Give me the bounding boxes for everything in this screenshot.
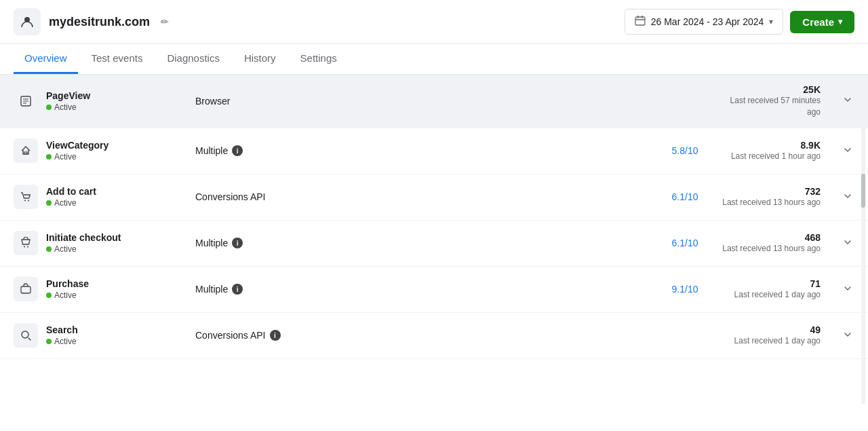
svg-point-4 [24, 200, 26, 202]
edit-icon[interactable]: ✏ [161, 16, 169, 27]
tab-settings[interactable]: Settings [290, 44, 348, 74]
event-name-initiatecheckout: Initiate checkout [46, 232, 195, 243]
info-icon-initiatecheckout[interactable]: i [232, 238, 243, 248]
expand-icon-addtocart[interactable] [841, 192, 854, 202]
event-score-addtocart: 6.1/10 [672, 191, 698, 202]
info-icon-purchase[interactable]: i [232, 284, 243, 295]
info-icon-search[interactable]: i [270, 330, 281, 341]
tab-overview[interactable]: Overview [14, 44, 78, 74]
event-last-received-search: Last received 1 day ago [719, 335, 821, 347]
event-status-pageview: Active [46, 102, 195, 112]
event-name-addtocart: Add to cart [46, 186, 195, 197]
event-status-purchase: Active [46, 291, 195, 300]
event-name-col-addtocart: Add to cart Active [46, 186, 195, 208]
create-chevron-icon: ▾ [838, 17, 842, 26]
event-icon-addtocart [14, 185, 38, 209]
event-source-pageview: Browser [195, 96, 230, 107]
calendar-icon [635, 15, 646, 29]
event-name-pageview: PageView [46, 90, 195, 101]
event-last-received-initiatecheckout: Last received 13 hours ago [719, 243, 821, 255]
top-bar: mydesitrunk.com ✏ 26 Mar 2024 - 23 Apr 2… [0, 0, 868, 44]
event-score-purchase: 9.1/10 [672, 284, 698, 295]
event-row-pageview[interactable]: PageView Active Browser 25K Last receive… [0, 75, 868, 128]
event-count-initiatecheckout: 468 [719, 232, 821, 243]
date-range-picker[interactable]: 26 Mar 2024 - 23 Apr 2024 ▾ [625, 9, 784, 35]
event-icon-purchase [14, 277, 38, 301]
table-wrapper: PageView Active Browser 25K Last receive… [0, 75, 868, 404]
top-bar-right: 26 Mar 2024 - 23 Apr 2024 ▾ Create ▾ [625, 9, 854, 35]
event-score-initiatecheckout: 6.1/10 [672, 238, 698, 248]
event-score-col-purchase: 9.1/10 [651, 284, 719, 295]
expand-icon-search[interactable] [841, 331, 854, 341]
event-stats-col-addtocart: 732 Last received 13 hours ago [719, 186, 841, 208]
event-source-initiatecheckout: Multiple [195, 238, 228, 248]
event-stats-col-search: 49 Last received 1 day ago [719, 324, 841, 347]
event-source-viewcategory: Multiple [195, 145, 228, 156]
event-row-addtocart[interactable]: Add to cart Active Conversions API6.1/10… [0, 174, 868, 221]
expand-icon-pageview[interactable] [841, 96, 854, 106]
expand-icon-purchase[interactable] [841, 284, 854, 295]
site-icon [14, 8, 41, 35]
event-icon-initiatecheckout [14, 231, 38, 255]
event-source-col-purchase: Multiple i [195, 284, 651, 295]
svg-rect-1 [635, 17, 645, 25]
scrollbar-track[interactable] [861, 75, 865, 404]
status-dot-initiatecheckout [46, 246, 52, 252]
status-dot-pageview [46, 105, 52, 110]
event-icon-viewcategory [14, 138, 38, 163]
event-last-received-viewcategory: Last received 1 hour ago [719, 151, 821, 162]
status-dot-search [46, 339, 52, 344]
event-last-received-addtocart: Last received 13 hours ago [719, 197, 821, 208]
event-stats-col-purchase: 71 Last received 1 day ago [719, 278, 841, 301]
event-status-addtocart: Active [46, 198, 195, 208]
event-status-initiatecheckout: Active [46, 244, 195, 254]
event-count-viewcategory: 8.9K [719, 140, 821, 151]
event-row-viewcategory[interactable]: ViewCategory Active Multiple i 5.8/10 8.… [0, 128, 868, 174]
svg-point-7 [27, 246, 28, 248]
event-source-col-search: Conversions API i [195, 330, 651, 341]
scrollbar-thumb[interactable] [861, 174, 865, 208]
event-count-search: 49 [719, 324, 821, 335]
event-source-col-initiatecheckout: Multiple i [195, 238, 651, 248]
event-row-purchase[interactable]: Purchase Active Multiple i 9.1/10 71 Las… [0, 267, 868, 313]
event-name-viewcategory: ViewCategory [46, 140, 195, 151]
event-row-search[interactable]: Search Active Conversions API i 49 Last … [0, 313, 868, 359]
tab-test-events[interactable]: Test events [81, 44, 154, 74]
event-status-search: Active [46, 337, 195, 346]
event-name-col-purchase: Purchase Active [46, 278, 195, 300]
event-score-col-addtocart: 6.1/10 [651, 191, 719, 202]
event-stats-col-pageview: 25K Last received 57 minutes ago [719, 84, 841, 118]
create-button[interactable]: Create ▾ [790, 11, 854, 33]
event-source-col-pageview: Browser [195, 96, 651, 107]
expand-icon-initiatecheckout[interactable] [841, 238, 854, 248]
svg-rect-3 [24, 152, 27, 154]
status-dot-purchase [46, 293, 52, 298]
event-stats-col-viewcategory: 8.9K Last received 1 hour ago [719, 140, 841, 162]
chevron-down-icon: ▾ [769, 17, 773, 26]
event-source-addtocart: Conversions API [195, 191, 266, 202]
nav-tabs: OverviewTest eventsDiagnosticsHistorySet… [0, 44, 868, 75]
event-name-col-pageview: PageView Active [46, 90, 195, 112]
event-source-search: Conversions API [195, 330, 266, 341]
event-name-purchase: Purchase [46, 278, 195, 289]
event-score-col-initiatecheckout: 6.1/10 [651, 238, 719, 248]
svg-point-9 [22, 331, 28, 338]
event-name-col-search: Search Active [46, 324, 195, 346]
event-row-initiatecheckout[interactable]: Initiate checkout Active Multiple i 6.1/… [0, 221, 868, 267]
event-status-viewcategory: Active [46, 152, 195, 162]
event-name-col-viewcategory: ViewCategory Active [46, 140, 195, 162]
svg-point-6 [24, 246, 25, 248]
events-table: PageView Active Browser 25K Last receive… [0, 75, 868, 404]
expand-icon-viewcategory[interactable] [841, 146, 854, 156]
event-source-col-viewcategory: Multiple i [195, 145, 651, 156]
event-name-col-initiatecheckout: Initiate checkout Active [46, 232, 195, 254]
svg-point-5 [28, 200, 29, 202]
event-icon-search [14, 323, 38, 348]
tab-history[interactable]: History [233, 44, 287, 74]
info-icon-viewcategory[interactable]: i [232, 145, 243, 156]
site-name: mydesitrunk.com [49, 15, 150, 29]
event-last-received-pageview: Last received 57 minutes ago [719, 95, 821, 118]
tab-diagnostics[interactable]: Diagnostics [156, 44, 231, 74]
event-count-addtocart: 732 [719, 186, 821, 197]
date-range-label: 26 Mar 2024 - 23 Apr 2024 [651, 16, 764, 27]
